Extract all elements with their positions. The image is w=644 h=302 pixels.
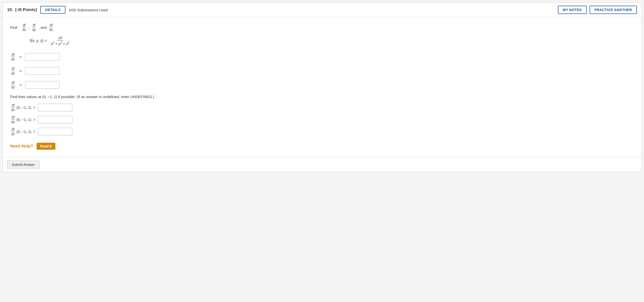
find-text: Find — [10, 25, 17, 29]
eval-fz-input[interactable] — [38, 128, 72, 135]
function-display: f(x, y, z) = 16 x2 + y2 + z2 — [30, 36, 634, 46]
need-help-text: Need Help? — [10, 144, 33, 149]
submit-section: Submit Answer — [3, 157, 641, 172]
need-help-section: Need Help? Read It — [10, 143, 634, 150]
header-right: MY NOTES PRACTICE ANOTHER — [558, 6, 637, 14]
content-area: Find ∂f ∂x , ∂f ∂y , and ∂f ∂z . — [3, 17, 641, 157]
page-container: 10. [-/6 Points] DETAILS 0/30 Submission… — [2, 2, 642, 172]
question-num-text: 10. — [7, 7, 13, 12]
eval-fz-fraction: ∂f ∂z — [11, 127, 15, 136]
points-label: [-/6 Points] — [15, 7, 37, 12]
eval-fy-input[interactable] — [38, 116, 72, 123]
eval-fy-row: ∂f ∂y (0, −1, 1) = — [10, 115, 634, 124]
equals-2: = — [20, 69, 22, 73]
my-notes-button[interactable]: MY NOTES — [558, 6, 587, 14]
partial-fy-label: ∂f ∂y — [11, 67, 15, 75]
values-instruction: Find their values at (0, −1, 1) if possi… — [10, 95, 634, 99]
fz-input[interactable] — [25, 81, 60, 89]
read-it-button[interactable]: Read It — [37, 143, 56, 150]
eval-fz-row: ∂f ∂z (0, −1, 1) = — [10, 127, 634, 136]
eval-fx-label: ∂f ∂x (0, −1, 1) = — [10, 103, 36, 112]
submit-answer-button[interactable]: Submit Answer — [7, 161, 39, 169]
partial-fx-row: ∂f ∂x = — [10, 53, 634, 61]
details-button[interactable]: DETAILS — [40, 6, 66, 14]
function-equation: f(x, y, z) = 16 x2 + y2 + z2 — [30, 36, 634, 46]
partial-fx-fraction: ∂f ∂x — [22, 23, 26, 32]
function-fraction: 16 x2 + y2 + z2 — [50, 36, 70, 46]
practice-another-button[interactable]: PRACTICE ANOTHER — [590, 6, 637, 14]
equals-3: = — [20, 83, 22, 87]
eval-fz-label: ∂f ∂z (0, −1, 1) = — [10, 127, 36, 136]
equals-1: = — [20, 55, 22, 59]
header: 10. [-/6 Points] DETAILS 0/30 Submission… — [3, 3, 641, 17]
fx-input[interactable] — [25, 53, 60, 61]
partial-fz-fraction: ∂f ∂z — [49, 23, 54, 32]
partial-fy-fraction: ∂f ∂y — [32, 23, 36, 32]
partial-fz-label: ∂f ∂z — [11, 81, 15, 89]
eval-fy-label: ∂f ∂y (0, −1, 1) = — [10, 115, 36, 124]
eval-fx-fraction: ∂f ∂x — [11, 103, 15, 112]
eval-fx-input[interactable] — [38, 104, 72, 111]
eval-fy-fraction: ∂f ∂y — [11, 115, 15, 124]
question-number: 10. [-/6 Points] — [7, 7, 37, 12]
fy-input[interactable] — [25, 67, 60, 75]
submissions-text: 0/30 Submissions Used — [69, 8, 108, 12]
find-instruction: Find ∂f ∂x , ∂f ∂y , and ∂f ∂z . — [10, 23, 634, 32]
eval-fx-row: ∂f ∂x (0, −1, 1) = — [10, 103, 634, 112]
partial-fz-row: ∂f ∂z = — [10, 81, 634, 89]
partial-fx-label: ∂f ∂x — [11, 53, 15, 61]
partial-fy-row: ∂f ∂y = — [10, 67, 634, 75]
header-left: 10. [-/6 Points] DETAILS 0/30 Submission… — [7, 6, 554, 14]
